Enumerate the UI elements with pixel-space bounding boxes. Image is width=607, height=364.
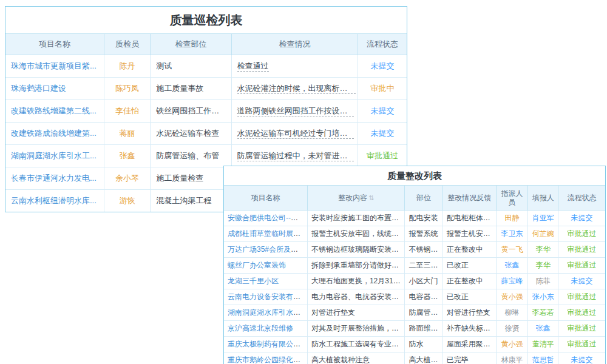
reporter-name: 范思哲 xyxy=(532,356,554,364)
assignee-cell: 薛宝峰 xyxy=(496,274,527,289)
project-link[interactable]: 重庆太极制药有限公司亳州中... xyxy=(228,340,307,348)
rectification-table-row: 湖南洞庭湖水库引水工程施工1标 对管进行垫支 防腐管运输... 对管进行垫支 柳… xyxy=(224,305,605,321)
rectify-content-cell: 电力电容器、电抗器安装方案... xyxy=(307,289,405,305)
project-link[interactable]: 湖南洞庭湖水库引水工... xyxy=(11,151,97,160)
project-name-cell: 湖南洞庭湖水库引水工... xyxy=(5,145,104,167)
status-cell: 审批通过 xyxy=(558,242,605,258)
reporter-cell: 李华 xyxy=(528,242,558,258)
status-cell: 未提交 xyxy=(558,211,605,226)
column-header-process-status: 流程状态 xyxy=(558,186,605,211)
inspector-cell: 陈巧凤 xyxy=(104,78,150,100)
inspection-situation-cell: 道路两侧铁丝网围挡工作按设计... xyxy=(231,100,358,123)
status-cell: 审批通过 xyxy=(358,145,407,167)
feedback-cell: 补齐缺失标志... xyxy=(443,321,496,337)
assignee-name: 薛宝峰 xyxy=(501,277,523,285)
project-link[interactable]: 湖南洞庭湖水库引水工程施工1标 xyxy=(228,308,307,317)
project-link[interactable]: 京沪高速北京段维修 xyxy=(228,324,293,332)
sort-icon[interactable]: ⇅ xyxy=(368,194,374,201)
project-link[interactable]: 万达广场35#会所及咖啡厅空... xyxy=(228,245,307,254)
assignee-cell: 黄小强 xyxy=(496,337,527,352)
rectify-content-cell: 大理石地面更换，12月31日之... xyxy=(307,274,405,289)
project-link[interactable]: 云南电力设备安装有限公司20... xyxy=(228,292,307,301)
inspection-situation-cell: 水泥砼运输车司机经过专门培训... xyxy=(231,123,358,145)
inspection-situation-text: 检查通过 xyxy=(237,61,269,72)
project-name-cell: 安徽合肥供电公司--配电设备... xyxy=(224,211,307,226)
inspection-situation-cell: 防腐管运输过程中，未对管进行... xyxy=(231,145,358,167)
part-cell: 路面维修检... xyxy=(405,321,443,337)
inspector-cell: 张鑫 xyxy=(104,145,150,167)
project-link[interactable]: 重庆市鹅岭公园绿化景观提升... xyxy=(228,356,307,364)
project-link[interactable]: 成都杜甫草堂临时展厅独立展... xyxy=(228,229,307,238)
column-header-rectify-content[interactable]: 整改内容⇅ xyxy=(307,186,405,211)
status-cell: 审批通过 xyxy=(558,289,605,305)
project-name-cell: 云南水利枢纽潜明水库... xyxy=(5,190,104,212)
project-link[interactable]: 安徽合肥供电公司--配电设备... xyxy=(228,214,307,222)
inspection-situation-cell: 检查通过 xyxy=(231,55,358,78)
reporter-name: 李华 xyxy=(536,245,551,254)
project-name-cell: 重庆太极制药有限公司亳州中... xyxy=(224,337,307,352)
rectification-table-title: 质量整改列表 xyxy=(224,166,605,186)
assignee-name: 柳琳 xyxy=(504,308,519,317)
rectification-table-row: 京沪高速北京段维修 对其及时开展整治措施，桥头... 路面维修检... 补齐缺失… xyxy=(224,321,605,337)
part-cell: 防腐管运输... xyxy=(405,305,443,321)
column-header-assignee: 指派人员 xyxy=(496,186,527,211)
column-header-project-name: 项目名称 xyxy=(5,34,104,55)
part-cell: 不锈钢安装... xyxy=(405,242,443,258)
inspection-part-cell: 铁丝网围挡工作检查 xyxy=(151,100,231,123)
project-name-cell: 长春市伊通河水力发电... xyxy=(5,167,104,190)
part-cell: 高大植被栽种 xyxy=(405,352,443,364)
reporter-cell: 张小东 xyxy=(528,289,558,305)
assignee-name: 田静 xyxy=(504,214,519,222)
project-link[interactable]: 珠海鹤港口建设 xyxy=(11,84,66,93)
status-badge: 审批中 xyxy=(371,84,395,93)
rectify-content-cell: 报警主机安放牢固，线缆连接... xyxy=(307,226,405,242)
project-link[interactable]: 云南水利枢纽潜明水库... xyxy=(11,196,97,205)
rectify-content-cell: 高大植被栽种注意 xyxy=(307,352,405,364)
inspection-part-cell: 混凝土沟渠工程 xyxy=(151,190,231,212)
inspector-name: 张鑫 xyxy=(120,151,135,160)
status-cell: 未提交 xyxy=(558,274,605,289)
rectification-table-row: 安徽合肥供电公司--配电设备... 安装时应按施工图的布置，将... 配电安装 … xyxy=(224,211,605,226)
project-link[interactable]: 改建铁路线增建第二线... xyxy=(11,106,97,115)
inspection-table-row: 珠海鹤港口建设 陈巧凤 施工质量事故 水泥砼灌注的时候，出现离析现象 审批中 xyxy=(5,78,407,100)
inspection-table-row: 改建铁路线增建第二线... 李佳怡 铁丝网围挡工作检查 道路两侧铁丝网围挡工作按… xyxy=(5,100,407,123)
reporter-name: 董清平 xyxy=(532,340,554,348)
project-link[interactable]: 珠海市城市更新项目紫... xyxy=(11,61,97,70)
project-name-cell: 改建铁路成渝线增建第... xyxy=(5,123,104,145)
status-badge: 未提交 xyxy=(571,356,593,364)
assignee-cell: 林康平 xyxy=(496,352,527,364)
status-badge: 审批通过 xyxy=(568,340,597,348)
inspection-situation-text: 防腐管运输过程中，未对管进行... xyxy=(237,151,354,161)
column-header-inspection-part: 检查部位 xyxy=(151,34,231,55)
inspector-name: 陈丹 xyxy=(120,61,135,70)
reporter-cell: 张鑫 xyxy=(528,321,558,337)
assignee-cell: 黄小强 xyxy=(496,289,527,305)
assignee-cell: 李卫东 xyxy=(496,226,527,242)
inspection-header-row: 项目名称 质检员 检查部位 检查情况 流程状态 xyxy=(5,34,407,55)
project-link[interactable]: 螺丝厂办公室装饰 xyxy=(228,261,286,269)
project-name-cell: 湖南洞庭湖水库引水工程施工1标 xyxy=(224,305,307,321)
inspector-cell: 蒋丽 xyxy=(104,123,150,145)
status-badge: 审批通过 xyxy=(568,292,597,301)
reporter-cell: 李若若 xyxy=(528,305,558,321)
project-link[interactable]: 改建铁路成渝线增建第... xyxy=(11,129,97,138)
status-badge: 审批通过 xyxy=(568,245,597,254)
reporter-cell: 肖亚军 xyxy=(528,211,558,226)
status-cell: 审批中 xyxy=(358,78,407,100)
project-link[interactable]: 长春市伊通河水力发电... xyxy=(11,174,97,183)
rectification-table-body: 安徽合肥供电公司--配电设备... 安装时应按施工图的布置，将... 配电安装 … xyxy=(224,211,605,364)
inspector-name: 蒋丽 xyxy=(120,129,135,138)
rectify-content-cell: 对其及时开展整治措施，桥头... xyxy=(307,321,405,337)
project-name-cell: 改建铁路线增建第二线... xyxy=(5,100,104,123)
rectify-content-cell: 防水工程施工选调有专业资质... xyxy=(307,337,405,352)
status-badge: 审批通过 xyxy=(568,324,597,332)
column-header-inspector: 质检员 xyxy=(104,34,150,55)
project-link[interactable]: 龙湖三千里小区 xyxy=(228,277,279,285)
status-badge: 未提交 xyxy=(571,214,593,222)
feedback-cell: 正在整改中 xyxy=(443,242,496,258)
project-name-cell: 螺丝厂办公室装饰 xyxy=(224,258,307,274)
rectify-content-cell: 对管进行垫支 xyxy=(307,305,405,321)
column-header-process-status: 流程状态 xyxy=(358,34,407,55)
status-cell: 未提交 xyxy=(358,55,407,78)
assignee-cell: 徐贤 xyxy=(496,321,527,337)
